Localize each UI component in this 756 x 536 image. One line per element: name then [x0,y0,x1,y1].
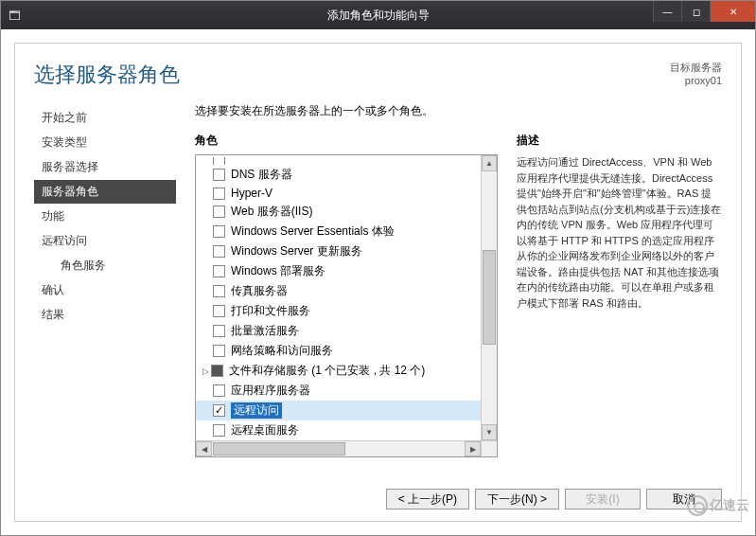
content-area: 选择服务器角色 目标服务器 proxy01 开始之前安装类型服务器选择服务器角色… [1,29,755,535]
role-label: Windows 部署服务 [231,263,325,279]
server-info: 目标服务器 proxy01 [670,61,722,88]
role-label: Web 服务器(IIS) [231,204,312,220]
role-checkbox[interactable] [213,404,225,417]
sidebar-item-4[interactable]: 功能 [34,205,176,228]
role-item-3[interactable]: Windows Server Essentials 体验 [196,222,481,241]
button-bar: < 上一步(P) 下一步(N) > 安装(I) 取消 [386,489,722,509]
watermark-text: 亿速云 [710,497,749,514]
role-item-4[interactable]: Windows Server 更新服务 [196,241,481,261]
role-checkbox[interactable] [213,169,225,181]
sidebar-item-8[interactable]: 结果 [34,303,176,327]
scroll-up-button[interactable]: ▲ [482,155,497,171]
sidebar-item-1[interactable]: 安装类型 [34,131,176,154]
role-checkbox[interactable] [213,345,225,357]
role-checkbox[interactable] [213,157,225,165]
scroll-right-button[interactable]: ▶ [465,441,481,456]
role-checkbox[interactable] [213,188,225,200]
role-item-13[interactable]: 远程桌面服务 [196,420,481,440]
description-text: 远程访问通过 DirectAccess、VPN 和 Web 应用程序代理提供无缝… [517,154,722,311]
role-checkbox[interactable] [213,424,225,437]
previous-button[interactable]: < 上一步(P) [386,489,469,509]
role-label: 远程桌面服务 [231,422,299,438]
role-item-12[interactable]: 远程访问 [196,401,481,420]
horizontal-scrollbar[interactable]: ◀ ▶ [196,440,481,456]
main-area: 开始之前安装类型服务器选择服务器角色功能远程访问角色服务确认结果 选择要安装在所… [15,98,741,457]
role-item-7[interactable]: 打印和文件服务 [196,301,481,321]
scrollbar-corner [481,440,497,456]
sidebar-item-7[interactable]: 确认 [34,278,176,302]
role-label: 网络策略和访问服务 [231,343,333,359]
page-title: 选择服务器角色 [34,61,180,89]
vertical-scrollbar[interactable]: ▲ ▼ [481,155,497,440]
right-area: 选择要安装在所选服务器上的一个或多个角色。 角色 DNS 服务器Hyper-VW… [195,98,722,457]
sidebar-item-3[interactable]: 服务器角色 [34,180,176,204]
sidebar-item-5[interactable]: 远程访问 [34,229,176,253]
role-label: Windows Server 更新服务 [231,243,362,259]
role-item-6[interactable]: 传真服务器 [196,281,481,301]
description-column: 描述 远程访问通过 DirectAccess、VPN 和 Web 应用程序代理提… [517,133,722,457]
role-label: 文件和存储服务 (1 个已安装 , 共 12 个) [229,363,425,379]
role-checkbox[interactable] [213,325,225,337]
roles-list[interactable]: DNS 服务器Hyper-VWeb 服务器(IIS)Windows Server… [196,155,481,440]
role-item-10[interactable]: ▷文件和存储服务 (1 个已安装 , 共 12 个) [196,361,481,381]
role-label: Hyper-V [231,187,273,200]
watermark: 亿速云 [687,495,749,516]
role-label: DNS 服务器 [231,167,292,183]
role-checkbox[interactable] [211,365,223,377]
maximize-button[interactable]: ◻ [681,1,710,22]
role-item-5[interactable]: Windows 部署服务 [196,261,481,281]
role-item-2[interactable]: Web 服务器(IIS) [196,202,481,222]
next-button[interactable]: 下一步(N) > [475,489,559,509]
watermark-icon [687,495,708,516]
role-item-0[interactable]: DNS 服务器 [196,165,481,185]
role-item-1[interactable]: Hyper-V [196,185,481,202]
app-icon: 🗔 [1,9,27,23]
server-label: 目标服务器 [670,61,722,74]
horizontal-scroll-thumb[interactable] [213,442,345,456]
close-button[interactable]: ✕ [710,1,755,22]
columns: 角色 DNS 服务器Hyper-VWeb 服务器(IIS)Windows Ser… [195,133,722,457]
role-item-truncated[interactable] [196,157,481,165]
roles-column: 角色 DNS 服务器Hyper-VWeb 服务器(IIS)Windows Ser… [195,133,498,457]
role-label: 打印和文件服务 [231,303,310,319]
role-label: Windows Server Essentials 体验 [231,223,395,240]
role-item-11[interactable]: 应用程序服务器 [196,381,481,401]
sidebar-item-6[interactable]: 角色服务 [34,254,176,277]
roles-header: 角色 [195,133,498,149]
role-checkbox[interactable] [213,305,225,317]
install-button: 安装(I) [565,489,641,509]
roles-listbox: DNS 服务器Hyper-VWeb 服务器(IIS)Windows Server… [195,154,498,457]
role-label: 传真服务器 [231,283,288,299]
minimize-button[interactable]: — [653,1,681,22]
role-checkbox[interactable] [213,384,225,397]
description-header: 描述 [517,133,722,149]
window-title: 添加角色和功能向导 [327,8,430,24]
role-checkbox[interactable] [213,285,225,297]
sidebar-nav: 开始之前安装类型服务器选择服务器角色功能远程访问角色服务确认结果 [34,98,176,457]
header: 选择服务器角色 目标服务器 proxy01 [15,44,741,98]
scroll-down-button[interactable]: ▼ [482,424,497,440]
expand-icon[interactable]: ▷ [200,366,211,376]
wizard-frame: 选择服务器角色 目标服务器 proxy01 开始之前安装类型服务器选择服务器角色… [14,43,742,522]
titlebar: 🗔 添加角色和功能向导 — ◻ ✕ [1,1,755,29]
role-item-8[interactable]: 批量激活服务 [196,321,481,341]
instruction-text: 选择要安装在所选服务器上的一个或多个角色。 [195,103,722,119]
role-label: 应用程序服务器 [231,383,310,399]
role-label: 远程访问 [231,402,282,419]
role-checkbox[interactable] [213,265,225,277]
role-checkbox[interactable] [213,225,225,238]
role-label: 批量激活服务 [231,323,299,339]
server-name: proxy01 [670,74,722,87]
vertical-scroll-thumb[interactable] [483,250,496,345]
window-controls: — ◻ ✕ [653,1,755,22]
role-checkbox[interactable] [213,205,225,218]
sidebar-item-2[interactable]: 服务器选择 [34,155,176,179]
role-checkbox[interactable] [213,245,225,258]
scroll-left-button[interactable]: ◀ [196,441,212,456]
role-item-9[interactable]: 网络策略和访问服务 [196,341,481,361]
sidebar-item-0[interactable]: 开始之前 [34,106,176,130]
